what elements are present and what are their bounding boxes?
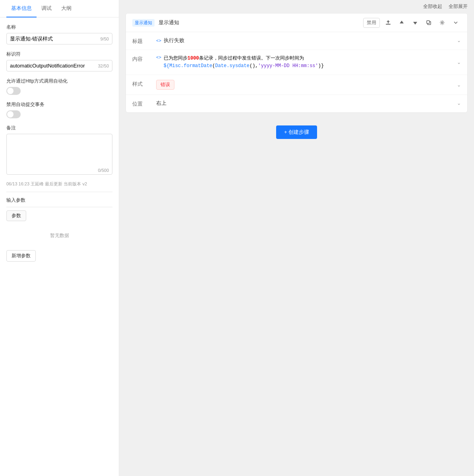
params-tab[interactable]: 参数	[6, 210, 26, 221]
step-tag: 显示通知	[132, 19, 155, 27]
title-row-label: 标题	[132, 37, 156, 45]
collapse-all-button[interactable]: 全部收起	[422, 2, 444, 11]
tab-debug[interactable]: 调试	[37, 0, 56, 17]
disable-button[interactable]: 禁用	[363, 18, 380, 28]
content-fn: formatDate	[184, 63, 212, 69]
params-header: 参数	[6, 210, 112, 221]
content-date: Date.	[215, 63, 230, 69]
style-row: 样式 错误 ⌄	[126, 75, 467, 95]
content-sysdate: sysdate	[230, 63, 250, 69]
identifier-group: 标识符 32/50	[6, 51, 112, 71]
add-param-wrapper: 新增参数	[6, 250, 112, 262]
name-label: 名称	[6, 24, 112, 31]
note-textarea[interactable]	[7, 134, 112, 166]
auto-commit-toggle[interactable]	[6, 110, 21, 118]
content-prefix: 已为您同步	[164, 56, 188, 61]
style-row-content: 错误 ⌄	[156, 80, 461, 90]
note-label: 备注	[6, 125, 112, 131]
auto-commit-label: 禁用自动提交事务	[6, 101, 112, 108]
http-label: 允许通过Http方式调用自动化	[6, 78, 112, 85]
meta-author-name: 王延峰	[31, 181, 44, 186]
position-row-content: 右上 ⌄	[156, 100, 461, 107]
svg-rect-2	[427, 21, 430, 23]
content-paren2: (),	[250, 63, 258, 69]
title-value: 执行失败	[164, 37, 184, 44]
params-empty: 暂无数据	[6, 224, 112, 247]
title-row: 标题 <> 执行失败 ⌄	[126, 32, 467, 50]
params-section: 输入参数 参数 暂无数据 新增参数	[6, 192, 112, 262]
content-code-icon: <>	[156, 55, 161, 60]
right-panel: 全部收起 全部展开 显示通知 显示通知 禁用	[119, 0, 474, 476]
form-area: 名称 9/50 标识符 32/50 允许通过Http方式调用自动化 禁用自动提交…	[0, 17, 119, 476]
content-row-content: <> 已为您同步1000条记录，同步过程中发生错误。下一次同步时间为 ${Mis…	[156, 55, 461, 70]
create-step-area: + 创建步骤	[119, 118, 474, 147]
position-row-label: 位置	[132, 100, 156, 108]
tab-outline[interactable]: 大纲	[56, 0, 76, 17]
meta-date: 06/13 16:23	[6, 181, 29, 186]
content-format: 'yyyy-MM-DD HH:mm:ss'	[258, 63, 318, 69]
params-section-title: 输入参数	[6, 197, 112, 204]
copy-icon[interactable]	[424, 17, 434, 28]
content-suffix: 条记录，同步过程中发生错误。下一次同步时间为	[199, 56, 304, 61]
left-panel: 基本信息 调试 大纲 名称 9/50 标识符 32/50 允许通过Http方式调…	[0, 0, 119, 476]
content-line1-wrapper: <> 已为您同步1000条记录，同步过程中发生错误。下一次同步时间为 ${Mis…	[156, 55, 457, 70]
note-group: 备注 0/500	[6, 125, 112, 175]
meta-action-text: 最后更新	[45, 181, 62, 186]
position-chevron-icon[interactable]: ⌄	[457, 100, 461, 106]
step-card: 显示通知 显示通知 禁用	[126, 13, 468, 113]
upload-icon[interactable]	[383, 17, 393, 28]
identifier-input[interactable]	[7, 60, 112, 71]
move-up-icon[interactable]	[397, 17, 407, 28]
title-chevron-icon[interactable]: ⌄	[457, 38, 461, 43]
step-name: 显示通知	[159, 19, 363, 26]
position-value: 右上	[156, 100, 166, 107]
expand-all-button[interactable]: 全部展开	[447, 2, 469, 11]
content-line2: ${Misc.formatDate(Date.sysdate(),'yyyy-M…	[164, 62, 324, 70]
content-row-label: 内容	[132, 55, 156, 63]
content-row: 内容 <> 已为您同步1000条记录，同步过程中发生错误。下一次同步时间为 ${…	[126, 50, 467, 75]
content-dollar: ${	[164, 63, 169, 69]
note-count: 0/500	[7, 167, 112, 174]
meta-info: 06/13 16:23 王延峰 最后更新 当前版本 v2	[6, 181, 112, 187]
tab-bar: 基本信息 调试 大纲	[0, 0, 119, 17]
content-paren1: (	[212, 63, 215, 69]
name-input-wrapper: 9/50	[6, 33, 112, 44]
create-step-button[interactable]: + 创建步骤	[276, 125, 317, 139]
move-down-icon[interactable]	[410, 17, 420, 28]
identifier-input-wrapper: 32/50	[6, 60, 112, 71]
svg-rect-0	[386, 24, 391, 25]
http-toggle[interactable]	[6, 87, 21, 95]
tab-basic[interactable]: 基本信息	[6, 0, 37, 17]
params-divider	[6, 207, 112, 207]
content-code: 已为您同步1000条记录，同步过程中发生错误。下一次同步时间为 ${Misc.f…	[164, 55, 324, 70]
http-group: 允许通过Http方式调用自动化	[6, 78, 112, 95]
content-highlight: 1000	[188, 56, 199, 61]
top-bar: 全部收起 全部展开	[119, 0, 474, 13]
content-value-wrapper: <> 已为您同步1000条记录，同步过程中发生错误。下一次同步时间为 ${Mis…	[156, 55, 457, 70]
note-textarea-wrapper: 0/500	[6, 134, 112, 175]
name-group: 名称 9/50	[6, 24, 112, 44]
style-error-badge: 错误	[156, 80, 174, 90]
content-paren3: )}	[318, 63, 324, 69]
name-input[interactable]	[7, 33, 112, 44]
meta-version-value: v2	[82, 181, 87, 186]
step-card-header: 显示通知 显示通知 禁用	[126, 13, 467, 32]
style-row-label: 样式	[132, 80, 156, 88]
settings-icon[interactable]	[437, 17, 447, 28]
identifier-count: 32/50	[98, 64, 109, 68]
position-row: 位置 右上 ⌄	[126, 95, 467, 112]
title-code-icon: <>	[156, 38, 161, 43]
add-param-button[interactable]: 新增参数	[6, 250, 36, 262]
expand-icon[interactable]	[451, 17, 461, 28]
svg-point-3	[441, 22, 443, 23]
title-row-content: <> 执行失败 ⌄	[156, 37, 461, 44]
name-count: 9/50	[101, 37, 109, 41]
content-line1: 已为您同步1000条记录，同步过程中发生错误。下一次同步时间为	[164, 55, 324, 62]
title-value-wrapper: <> 执行失败	[156, 37, 184, 44]
content-chevron-icon[interactable]: ⌄	[457, 60, 461, 65]
header-actions: 禁用	[363, 17, 461, 28]
style-chevron-icon[interactable]: ⌄	[457, 82, 461, 88]
meta-version-label-text: 当前版本	[64, 181, 81, 186]
identifier-label: 标识符	[6, 51, 112, 58]
auto-commit-group: 禁用自动提交事务	[6, 101, 112, 118]
